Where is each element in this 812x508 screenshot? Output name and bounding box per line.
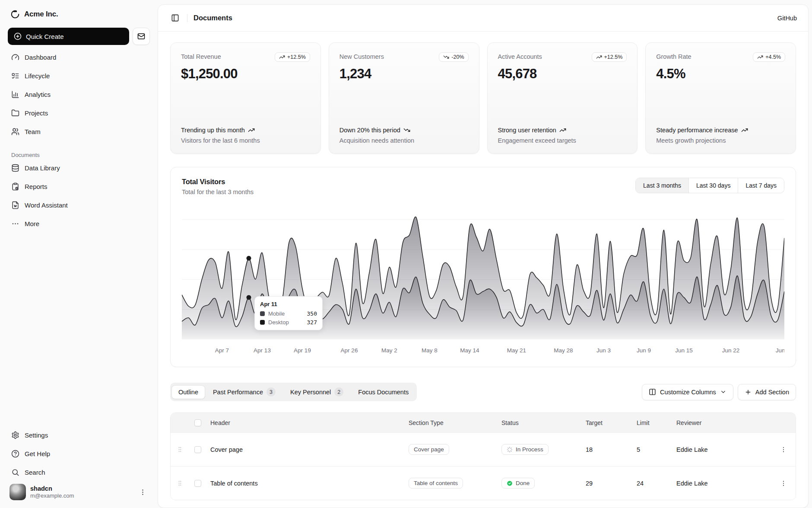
chart-title: Total Visitors (182, 178, 254, 186)
user-name: shadcn (30, 485, 133, 492)
sidebar-toggle-button[interactable] (169, 12, 181, 24)
range-last-30-days[interactable]: Last 30 days (688, 178, 738, 193)
sidebar-item-label: Data Library (25, 164, 60, 172)
sidebar-item-get-help[interactable]: Get Help (7, 446, 151, 462)
trending-down-icon (403, 127, 410, 134)
card-value: 4.5% (656, 66, 785, 82)
card-active-accounts: Active Accounts +12.5% 45,678 Strong use… (487, 42, 638, 154)
row-checkbox[interactable] (194, 446, 201, 453)
sidebar-item-projects[interactable]: Projects (7, 105, 151, 121)
card-title: Active Accounts (498, 52, 542, 60)
mobile-series-swatch (260, 311, 265, 316)
user-menu-button[interactable] (137, 487, 148, 498)
card-title: Growth Rate (656, 52, 691, 60)
table-row: Table of contents Table of contents Done… (171, 466, 796, 500)
content: Total Revenue +12.5% $1,250.00 Trending … (158, 32, 808, 508)
customize-columns-button[interactable]: Customize Columns (642, 384, 733, 400)
card-value: $1,250.00 (181, 66, 310, 82)
row-actions-button[interactable] (778, 478, 789, 489)
table-header-row: Header Section Type Status Target Limit … (171, 413, 796, 432)
folder-icon (11, 109, 19, 117)
list-todo-icon (11, 72, 19, 80)
mail-icon (137, 32, 145, 40)
quick-create-label: Quick Create (26, 33, 64, 40)
status-badge: In Process (501, 444, 549, 455)
sidebar-item-label: Reports (25, 183, 48, 190)
column-reviewer: Reviewer (673, 419, 771, 426)
card-value: 1,234 (339, 66, 469, 82)
svg-text:May 2: May 2 (381, 347, 397, 354)
sidebar-item-reports[interactable]: Reports (7, 179, 151, 195)
tab-focus-documents[interactable]: Focus Documents (351, 385, 416, 399)
tab-key-personnel[interactable]: Key Personnel 2 (283, 384, 350, 400)
user-email: m@example.com (30, 492, 133, 499)
sidebar-section-documents: Documents (7, 149, 151, 160)
sidebar-item-settings[interactable]: Settings (7, 427, 151, 443)
panel-left-icon (171, 14, 179, 22)
reviewer-name: Eddie Lake (673, 446, 771, 453)
row-header-text[interactable]: Cover page (210, 446, 243, 453)
column-status: Status (498, 419, 582, 426)
circle-plus-icon (14, 32, 22, 40)
row-header-text[interactable]: Table of contents (210, 480, 258, 487)
limit-value[interactable]: 24 (637, 480, 644, 487)
sidebar-item-lifecycle[interactable]: Lifecycle (7, 68, 151, 84)
sidebar-item-label: Get Help (25, 450, 50, 457)
sidebar-item-team[interactable]: Team (7, 124, 151, 140)
sidebar-item-label: Dashboard (25, 54, 56, 61)
brand-logo-icon (10, 10, 20, 19)
user-menu[interactable]: shadcn m@example.com (7, 480, 151, 500)
sidebar-item-analytics[interactable]: Analytics (7, 86, 151, 102)
svg-text:Jun 30: Jun 30 (776, 347, 784, 354)
trend-badge: +4.5% (753, 52, 785, 62)
sidebar-item-dashboard[interactable]: Dashboard (7, 49, 151, 65)
add-section-button[interactable]: Add Section (738, 384, 796, 400)
svg-text:Jun 3: Jun 3 (596, 347, 611, 354)
limit-value[interactable]: 5 (637, 446, 640, 453)
target-value[interactable]: 18 (586, 446, 593, 453)
count-badge: 3 (266, 387, 276, 396)
sidebar-item-label: Search (25, 469, 45, 476)
sidebar-item-label: Lifecycle (25, 72, 50, 80)
target-value[interactable]: 29 (586, 480, 593, 487)
area-chart: Apr 7Apr 13Apr 19Apr 26May 2May 8May 14M… (182, 208, 784, 359)
gear-icon (11, 431, 19, 439)
tab-past-performance[interactable]: Past Performance 3 (206, 384, 282, 400)
total-visitors-card: Total Visitors Total for the last 3 mont… (170, 167, 796, 367)
reviewer-name: Eddie Lake (673, 480, 771, 487)
brand-name: Acme Inc. (24, 10, 58, 19)
row-actions-button[interactable] (778, 444, 789, 455)
drag-handle[interactable] (177, 480, 183, 486)
brand[interactable]: Acme Inc. (7, 6, 151, 22)
sidebar-item-word-assistant[interactable]: Word Assistant (7, 197, 151, 213)
trending-up-icon (559, 127, 566, 134)
chevron-down-icon (720, 389, 726, 395)
card-title: New Customers (339, 52, 384, 60)
card-new-customers: New Customers -20% 1,234 Down 20% this p… (329, 42, 479, 154)
select-all-checkbox[interactable] (194, 419, 201, 426)
sidebar-item-label: Settings (25, 431, 48, 439)
github-link[interactable]: GitHub (777, 15, 797, 22)
ellipsis-icon (11, 220, 19, 228)
visitors-area-chart-svg: Apr 7Apr 13Apr 19Apr 26May 2May 8May 14M… (182, 208, 784, 359)
inbox-button[interactable] (133, 28, 150, 45)
tab-outline[interactable]: Outline (171, 385, 205, 399)
database-icon (11, 164, 19, 172)
sidebar-item-search[interactable]: Search (7, 464, 151, 480)
range-last-3-months[interactable]: Last 3 months (636, 178, 688, 193)
card-growth-rate: Growth Rate +4.5% 4.5% Steady performanc… (645, 42, 796, 154)
sidebar-item-data-library[interactable]: Data Library (7, 160, 151, 176)
trending-up-icon (757, 54, 763, 60)
columns-icon (649, 388, 656, 396)
row-checkbox[interactable] (194, 480, 201, 487)
drag-handle[interactable] (177, 446, 183, 453)
sidebar-item-label: Team (25, 128, 41, 135)
sidebar-item-more[interactable]: More (7, 216, 151, 232)
range-last-7-days[interactable]: Last 7 days (738, 178, 784, 193)
section-type-badge: Cover page (409, 444, 449, 455)
quick-create-button[interactable]: Quick Create (8, 28, 129, 45)
trending-up-icon (279, 54, 285, 60)
count-badge: 2 (334, 387, 343, 396)
svg-text:May 14: May 14 (460, 347, 479, 354)
trend-badge: +12.5% (592, 52, 627, 62)
